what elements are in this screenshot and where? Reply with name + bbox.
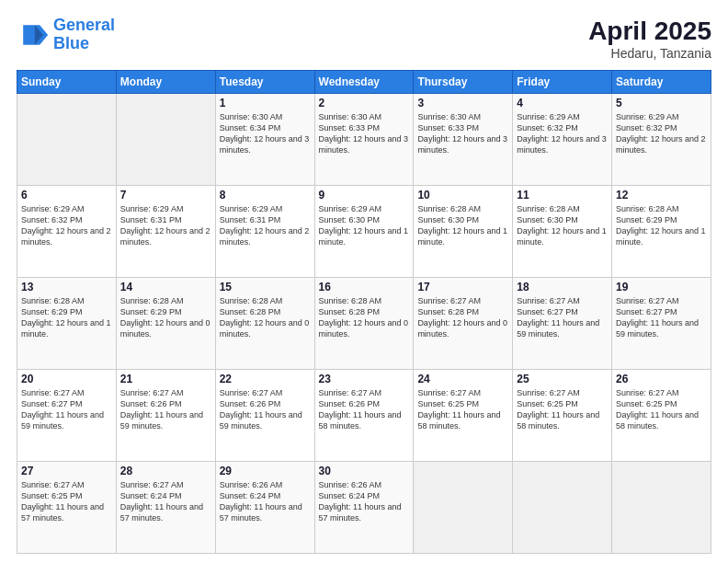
calendar-cell: 18Sunrise: 6:27 AM Sunset: 6:27 PM Dayli… bbox=[513, 278, 612, 370]
day-detail: Sunrise: 6:28 AM Sunset: 6:29 PM Dayligh… bbox=[120, 295, 211, 340]
day-detail: Sunrise: 6:27 AM Sunset: 6:27 PM Dayligh… bbox=[517, 295, 608, 340]
day-detail: Sunrise: 6:27 AM Sunset: 6:25 PM Dayligh… bbox=[616, 387, 707, 432]
calendar-cell: 1Sunrise: 6:30 AM Sunset: 6:34 PM Daylig… bbox=[215, 94, 314, 186]
day-detail: Sunrise: 6:27 AM Sunset: 6:27 PM Dayligh… bbox=[616, 295, 707, 340]
day-detail: Sunrise: 6:28 AM Sunset: 6:30 PM Dayligh… bbox=[517, 203, 608, 248]
day-detail: Sunrise: 6:27 AM Sunset: 6:26 PM Dayligh… bbox=[319, 387, 410, 432]
calendar-cell: 5Sunrise: 6:29 AM Sunset: 6:32 PM Daylig… bbox=[612, 94, 711, 186]
day-detail: Sunrise: 6:27 AM Sunset: 6:26 PM Dayligh… bbox=[120, 387, 211, 432]
day-number: 3 bbox=[417, 97, 508, 109]
day-number: 23 bbox=[319, 373, 410, 385]
day-number: 4 bbox=[517, 97, 608, 109]
day-detail: Sunrise: 6:29 AM Sunset: 6:32 PM Dayligh… bbox=[21, 203, 112, 248]
calendar-cell: 12Sunrise: 6:28 AM Sunset: 6:29 PM Dayli… bbox=[612, 186, 711, 278]
calendar-cell: 2Sunrise: 6:30 AM Sunset: 6:33 PM Daylig… bbox=[314, 94, 414, 186]
calendar-cell: 30Sunrise: 6:26 AM Sunset: 6:24 PM Dayli… bbox=[314, 462, 414, 554]
logo-text: General Blue bbox=[53, 17, 115, 53]
calendar-table: Sunday Monday Tuesday Wednesday Thursday… bbox=[17, 70, 711, 554]
day-detail: Sunrise: 6:27 AM Sunset: 6:26 PM Dayligh… bbox=[220, 387, 311, 432]
day-detail: Sunrise: 6:28 AM Sunset: 6:29 PM Dayligh… bbox=[616, 203, 707, 248]
day-number: 19 bbox=[616, 281, 707, 293]
day-detail: Sunrise: 6:29 AM Sunset: 6:32 PM Dayligh… bbox=[517, 111, 608, 156]
calendar-cell: 15Sunrise: 6:28 AM Sunset: 6:28 PM Dayli… bbox=[215, 278, 314, 370]
day-number: 15 bbox=[220, 281, 311, 293]
calendar-cell bbox=[612, 462, 711, 554]
calendar-cell: 7Sunrise: 6:29 AM Sunset: 6:31 PM Daylig… bbox=[116, 186, 215, 278]
calendar-week-5: 27Sunrise: 6:27 AM Sunset: 6:25 PM Dayli… bbox=[17, 462, 711, 554]
subtitle: Hedaru, Tanzania bbox=[588, 46, 711, 61]
calendar-cell bbox=[414, 462, 513, 554]
day-detail: Sunrise: 6:26 AM Sunset: 6:24 PM Dayligh… bbox=[220, 479, 311, 524]
calendar-cell: 25Sunrise: 6:27 AM Sunset: 6:25 PM Dayli… bbox=[513, 370, 612, 462]
logo-icon bbox=[17, 18, 50, 52]
calendar-cell: 9Sunrise: 6:29 AM Sunset: 6:30 PM Daylig… bbox=[314, 186, 414, 278]
col-thursday: Thursday bbox=[414, 71, 513, 94]
day-number: 14 bbox=[120, 281, 211, 293]
day-detail: Sunrise: 6:27 AM Sunset: 6:25 PM Dayligh… bbox=[417, 387, 508, 432]
col-saturday: Saturday bbox=[612, 71, 711, 94]
calendar-header: Sunday Monday Tuesday Wednesday Thursday… bbox=[17, 71, 711, 94]
day-number: 12 bbox=[616, 189, 707, 201]
col-friday: Friday bbox=[513, 71, 612, 94]
day-detail: Sunrise: 6:28 AM Sunset: 6:28 PM Dayligh… bbox=[220, 295, 311, 340]
day-number: 26 bbox=[616, 373, 707, 385]
title-area: April 2025 Hedaru, Tanzania bbox=[588, 17, 711, 61]
calendar-cell: 20Sunrise: 6:27 AM Sunset: 6:27 PM Dayli… bbox=[17, 370, 117, 462]
calendar-cell: 13Sunrise: 6:28 AM Sunset: 6:29 PM Dayli… bbox=[17, 278, 117, 370]
day-detail: Sunrise: 6:30 AM Sunset: 6:34 PM Dayligh… bbox=[220, 111, 311, 156]
calendar-cell: 11Sunrise: 6:28 AM Sunset: 6:30 PM Dayli… bbox=[513, 186, 612, 278]
calendar-cell: 6Sunrise: 6:29 AM Sunset: 6:32 PM Daylig… bbox=[17, 186, 117, 278]
page: General Blue April 2025 Hedaru, Tanzania… bbox=[0, 0, 728, 563]
day-detail: Sunrise: 6:29 AM Sunset: 6:30 PM Dayligh… bbox=[319, 203, 410, 248]
calendar-cell: 3Sunrise: 6:30 AM Sunset: 6:33 PM Daylig… bbox=[414, 94, 513, 186]
day-number: 6 bbox=[21, 189, 112, 201]
main-title: April 2025 bbox=[588, 17, 711, 46]
calendar-cell: 16Sunrise: 6:28 AM Sunset: 6:28 PM Dayli… bbox=[314, 278, 414, 370]
calendar-cell: 10Sunrise: 6:28 AM Sunset: 6:30 PM Dayli… bbox=[414, 186, 513, 278]
day-number: 21 bbox=[120, 373, 211, 385]
calendar-cell: 23Sunrise: 6:27 AM Sunset: 6:26 PM Dayli… bbox=[314, 370, 414, 462]
logo: General Blue bbox=[17, 17, 115, 53]
day-detail: Sunrise: 6:27 AM Sunset: 6:25 PM Dayligh… bbox=[517, 387, 608, 432]
calendar-cell: 19Sunrise: 6:27 AM Sunset: 6:27 PM Dayli… bbox=[612, 278, 711, 370]
day-number: 11 bbox=[517, 189, 608, 201]
calendar-cell: 4Sunrise: 6:29 AM Sunset: 6:32 PM Daylig… bbox=[513, 94, 612, 186]
calendar-week-1: 1Sunrise: 6:30 AM Sunset: 6:34 PM Daylig… bbox=[17, 94, 711, 186]
calendar-cell: 28Sunrise: 6:27 AM Sunset: 6:24 PM Dayli… bbox=[116, 462, 215, 554]
col-tuesday: Tuesday bbox=[215, 71, 314, 94]
day-number: 22 bbox=[220, 373, 311, 385]
day-number: 24 bbox=[417, 373, 508, 385]
day-detail: Sunrise: 6:28 AM Sunset: 6:28 PM Dayligh… bbox=[319, 295, 410, 340]
calendar-cell: 27Sunrise: 6:27 AM Sunset: 6:25 PM Dayli… bbox=[17, 462, 117, 554]
calendar-cell: 17Sunrise: 6:27 AM Sunset: 6:28 PM Dayli… bbox=[414, 278, 513, 370]
calendar-cell: 26Sunrise: 6:27 AM Sunset: 6:25 PM Dayli… bbox=[612, 370, 711, 462]
calendar-cell: 14Sunrise: 6:28 AM Sunset: 6:29 PM Dayli… bbox=[116, 278, 215, 370]
day-detail: Sunrise: 6:28 AM Sunset: 6:30 PM Dayligh… bbox=[417, 203, 508, 248]
day-detail: Sunrise: 6:26 AM Sunset: 6:24 PM Dayligh… bbox=[319, 479, 410, 524]
calendar-cell: 24Sunrise: 6:27 AM Sunset: 6:25 PM Dayli… bbox=[414, 370, 513, 462]
day-detail: Sunrise: 6:27 AM Sunset: 6:25 PM Dayligh… bbox=[21, 479, 112, 524]
day-detail: Sunrise: 6:29 AM Sunset: 6:32 PM Dayligh… bbox=[616, 111, 707, 156]
day-detail: Sunrise: 6:30 AM Sunset: 6:33 PM Dayligh… bbox=[319, 111, 410, 156]
day-detail: Sunrise: 6:27 AM Sunset: 6:28 PM Dayligh… bbox=[417, 295, 508, 340]
calendar-cell bbox=[116, 94, 215, 186]
day-number: 2 bbox=[319, 97, 410, 109]
day-number: 25 bbox=[517, 373, 608, 385]
calendar-cell bbox=[513, 462, 612, 554]
calendar-cell bbox=[17, 94, 117, 186]
day-number: 7 bbox=[120, 189, 211, 201]
day-number: 9 bbox=[319, 189, 410, 201]
calendar-body: 1Sunrise: 6:30 AM Sunset: 6:34 PM Daylig… bbox=[17, 94, 711, 554]
day-number: 10 bbox=[417, 189, 508, 201]
day-number: 16 bbox=[319, 281, 410, 293]
header: General Blue April 2025 Hedaru, Tanzania bbox=[17, 17, 711, 61]
day-number: 1 bbox=[220, 97, 311, 109]
calendar-cell: 22Sunrise: 6:27 AM Sunset: 6:26 PM Dayli… bbox=[215, 370, 314, 462]
day-detail: Sunrise: 6:29 AM Sunset: 6:31 PM Dayligh… bbox=[220, 203, 311, 248]
day-detail: Sunrise: 6:27 AM Sunset: 6:24 PM Dayligh… bbox=[120, 479, 211, 524]
calendar-cell: 29Sunrise: 6:26 AM Sunset: 6:24 PM Dayli… bbox=[215, 462, 314, 554]
day-number: 8 bbox=[220, 189, 311, 201]
day-number: 5 bbox=[616, 97, 707, 109]
day-number: 20 bbox=[21, 373, 112, 385]
col-monday: Monday bbox=[116, 71, 215, 94]
